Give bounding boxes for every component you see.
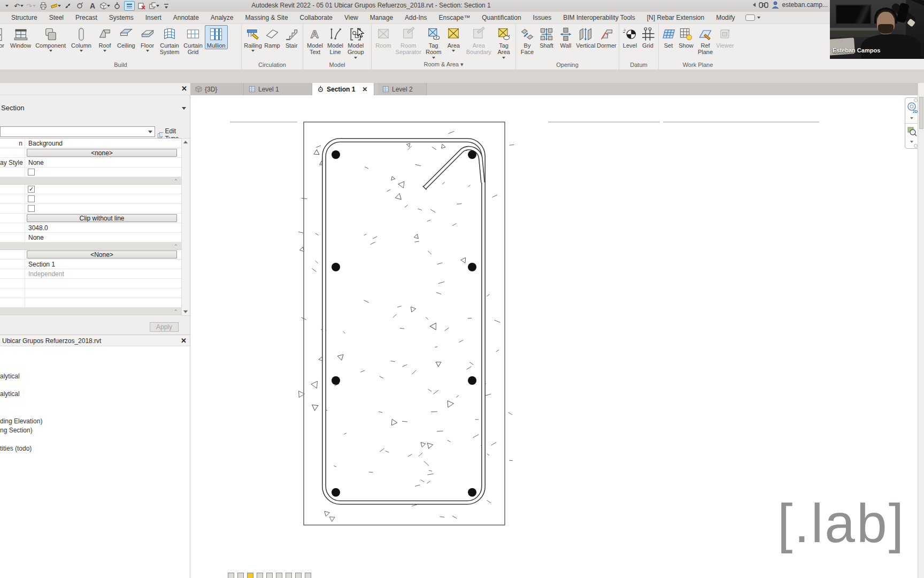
wall-opening-button[interactable]: Wall xyxy=(556,25,575,49)
tab-bim-interoperability[interactable]: BIM Interoperability Tools xyxy=(557,12,641,23)
view-tool-icon[interactable] xyxy=(295,573,302,578)
navbar-options-icon[interactable] xyxy=(914,98,918,102)
scroll-up-icon[interactable] xyxy=(183,141,188,143)
property-row[interactable] xyxy=(0,204,181,214)
view-tab-3d[interactable]: {3D} xyxy=(190,83,244,95)
checkbox[interactable] xyxy=(28,169,35,176)
view-tab-level-1[interactable]: Level 1 xyxy=(244,83,312,95)
checkbox[interactable] xyxy=(28,205,35,212)
curtain-system-button[interactable]: Curtain System xyxy=(158,25,182,56)
panel-label-room-area[interactable]: Room & Area ▾ xyxy=(372,61,515,68)
view-tool-icon[interactable] xyxy=(305,573,311,578)
browser-item[interactable]: ding Elevation) xyxy=(0,417,42,425)
close-icon[interactable]: ✕ xyxy=(181,337,187,345)
vertical-opening-button[interactable]: Vertical xyxy=(575,25,596,49)
tab-massing-site[interactable]: Massing & Site xyxy=(240,12,294,23)
value-button[interactable]: Clip without line xyxy=(27,214,177,222)
roof-button[interactable]: Roof xyxy=(95,25,115,52)
chevron-down-icon[interactable] xyxy=(182,107,186,110)
view-tool-icon[interactable] xyxy=(266,573,273,578)
mullion-button[interactable]: Mullion xyxy=(205,25,228,49)
tab-structure[interactable]: Structure xyxy=(5,12,43,23)
collapse-icon[interactable]: ^ xyxy=(173,244,179,248)
value-button[interactable]: <none> xyxy=(27,149,177,157)
tab-insert[interactable]: Insert xyxy=(140,12,167,23)
view-tool-icon[interactable] xyxy=(228,573,234,578)
floor-button[interactable]: Floor xyxy=(137,25,158,52)
view-tool-icon[interactable] xyxy=(257,573,263,578)
vertical-scrollbar[interactable] xyxy=(918,83,924,578)
property-row[interactable] xyxy=(0,194,181,204)
property-row[interactable]: Independent xyxy=(0,269,181,279)
door-button[interactable]: Door xyxy=(0,25,8,49)
column-button[interactable]: Column xyxy=(68,25,95,52)
property-row[interactable] xyxy=(0,168,181,177)
tab-rebar-extension[interactable]: [N] Rebar Extension xyxy=(641,12,710,23)
checkbox-checked[interactable] xyxy=(28,186,35,193)
collapse-icon[interactable]: ^ xyxy=(173,178,179,183)
value-button[interactable]: <None> xyxy=(27,250,177,258)
tab-collaborate[interactable]: Collaborate xyxy=(294,12,338,23)
railing-button[interactable]: Railing xyxy=(243,25,263,52)
by-face-button[interactable]: By Face xyxy=(518,25,537,56)
tab-precast[interactable]: Precast xyxy=(70,12,103,23)
model-text-button[interactable]: AModel Text xyxy=(305,25,325,56)
view-tool-icon[interactable] xyxy=(237,573,244,578)
chevron-down-icon[interactable] xyxy=(910,141,913,143)
tab-systems[interactable]: Systems xyxy=(103,12,140,23)
component-button[interactable]: Component xyxy=(33,25,68,52)
ceiling-button[interactable]: Ceiling xyxy=(115,25,137,49)
property-row[interactable] xyxy=(0,279,181,288)
browser-item[interactable]: alytical xyxy=(0,372,20,380)
drawing-area[interactable]: [.lab] 2D xyxy=(190,95,918,578)
model-line-button[interactable]: Model Line xyxy=(325,25,345,56)
ref-plane-button[interactable]: Ref Plane xyxy=(696,25,715,56)
tab-steel[interactable]: Steel xyxy=(43,12,70,23)
collapse-icon[interactable]: ^ xyxy=(173,309,179,314)
browser-item[interactable]: tities (todo) xyxy=(0,445,32,452)
show-work-plane-button[interactable]: Show xyxy=(676,25,696,49)
view-tab-section-1[interactable]: Section 1 ✕ xyxy=(312,83,374,95)
type-selector-combo[interactable] xyxy=(0,126,155,137)
property-row[interactable]: 3048.0 xyxy=(0,223,181,233)
property-row[interactable] xyxy=(0,185,181,194)
view-tab-level-2[interactable]: Level 2 xyxy=(378,83,427,95)
view-control-bar[interactable] xyxy=(228,573,311,578)
view-tool-icon[interactable] xyxy=(276,573,282,578)
tab-manage[interactable]: Manage xyxy=(364,12,399,23)
window-button[interactable]: Window xyxy=(8,25,33,49)
stair-button[interactable]: Stair xyxy=(282,25,301,49)
tab-analyze[interactable]: Analyze xyxy=(205,12,240,23)
view-tool-icon[interactable] xyxy=(286,573,292,578)
chevron-down-icon[interactable] xyxy=(910,117,913,119)
property-row[interactable]: nBackground xyxy=(0,139,181,148)
properties-scrollbar[interactable] xyxy=(181,138,190,316)
property-row[interactable]: Clip without line xyxy=(0,214,181,223)
search-icon[interactable] xyxy=(759,1,768,9)
scrollbar-thumb[interactable] xyxy=(919,97,923,129)
signed-in-user[interactable]: esteban.camp... xyxy=(782,1,828,9)
tab-modify[interactable]: Modify xyxy=(710,12,741,23)
property-row[interactable]: ay StyleNone xyxy=(0,158,181,168)
tab-view[interactable]: View xyxy=(338,12,364,23)
zoom-region-icon[interactable] xyxy=(906,126,918,139)
tab-quantification[interactable]: Quantification xyxy=(476,12,527,23)
property-row[interactable] xyxy=(0,298,181,308)
browser-item[interactable]: alytical xyxy=(0,390,20,398)
tag-area-button[interactable]: Tag Area xyxy=(494,25,514,59)
checkbox[interactable] xyxy=(28,195,35,202)
scroll-down-icon[interactable] xyxy=(183,310,188,313)
property-row[interactable]: <None> xyxy=(0,250,181,260)
close-view-icon[interactable]: ✕ xyxy=(362,86,367,93)
navigation-bar[interactable]: 2D xyxy=(905,97,918,149)
property-row[interactable]: <none> xyxy=(0,148,181,158)
steering-wheel-2d-icon[interactable]: 2D xyxy=(906,101,918,114)
property-row[interactable]: Section 1 xyxy=(0,260,181,269)
tab-add-ins[interactable]: Add-Ins xyxy=(399,12,433,23)
ramp-button[interactable]: Ramp xyxy=(263,25,282,49)
curtain-grid-button[interactable]: Curtain Grid xyxy=(181,25,204,56)
area-button[interactable]: Area xyxy=(444,25,464,52)
tag-room-button[interactable]: Tag Room xyxy=(424,25,444,59)
user-icon[interactable] xyxy=(772,1,779,9)
set-work-plane-button[interactable]: Set xyxy=(660,25,676,49)
